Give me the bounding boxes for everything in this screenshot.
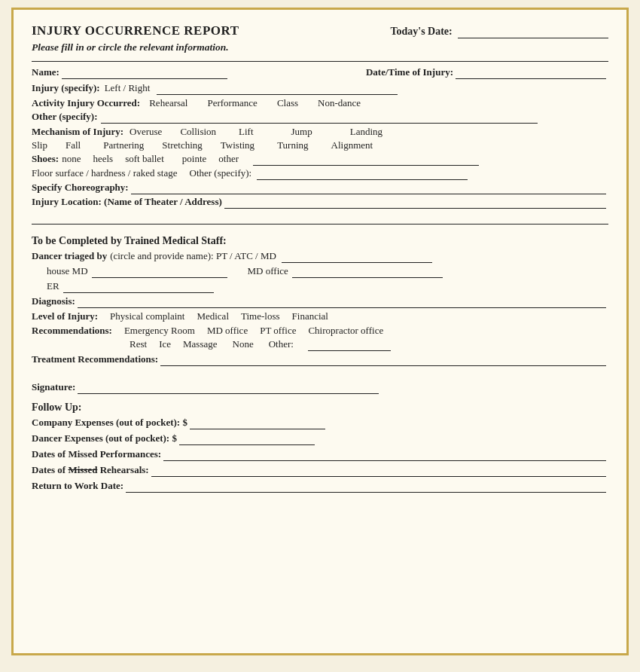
followup-return: Return to Work Date: xyxy=(32,480,608,493)
house-md-field[interactable] xyxy=(92,265,227,278)
activity-other-label: Other (specify): xyxy=(32,111,97,123)
sig-label: Signature: xyxy=(32,381,75,393)
treatment-field[interactable] xyxy=(160,353,606,366)
choreo-row: Specify Choreography: xyxy=(32,182,608,194)
treatment-label: Treatment Recommendations: xyxy=(32,353,158,365)
shoes-row: Shoes: none heels soft ballet pointe oth… xyxy=(32,153,608,166)
triage-field[interactable] xyxy=(282,250,432,263)
floor-text: Floor surface / hardness / raked stage xyxy=(32,167,178,179)
er-field[interactable] xyxy=(63,280,214,293)
md-office-field[interactable] xyxy=(292,265,443,278)
activity-nondance[interactable]: Non-dance xyxy=(318,97,361,109)
rec-ice[interactable]: Ice xyxy=(159,338,171,350)
company-field[interactable] xyxy=(190,417,325,429)
shoes-heels[interactable]: heels xyxy=(93,153,113,165)
rec-rest[interactable]: Rest xyxy=(130,338,147,350)
shoes-label: Shoes: xyxy=(32,153,59,165)
level-timeloss[interactable]: Time-loss xyxy=(241,310,280,322)
rec-none[interactable]: None xyxy=(233,338,254,350)
shoes-soft-ballet[interactable]: soft ballet xyxy=(125,153,164,165)
extra-line xyxy=(32,212,608,225)
shoes-none[interactable]: none xyxy=(62,153,81,165)
date-injury-label: Date/Time of Injury: xyxy=(366,66,453,78)
level-physical[interactable]: Physical complaint xyxy=(110,310,184,322)
triage-row: Dancer triaged by (circle and provide na… xyxy=(32,250,608,263)
dancer-label: Dancer Expenses (out of pocket): $ xyxy=(32,432,177,444)
rec-md-office[interactable]: MD office xyxy=(207,325,248,337)
rec-other[interactable]: Other: xyxy=(269,338,294,350)
date-injury-field[interactable] xyxy=(456,66,606,79)
activity-other-row: Other (specify): xyxy=(32,111,608,124)
activity-class[interactable]: Class xyxy=(277,97,298,109)
mech-turning[interactable]: Turning xyxy=(277,139,308,151)
md-office-label: MD office xyxy=(248,265,288,277)
injury-field[interactable] xyxy=(157,82,398,95)
today-date-area: Today's Date: xyxy=(390,26,608,38)
name-date-row: Name: Date/Time of Injury: xyxy=(32,66,608,79)
rec-er[interactable]: Emergency Room xyxy=(124,325,195,337)
location-row: Injury Location: (Name of Theater / Addr… xyxy=(32,196,608,209)
er-label: ER xyxy=(47,280,59,292)
activity-row: Activity Injury Occurred: Rehearsal Perf… xyxy=(32,97,608,109)
injury-row: Injury (specify): Left / Right xyxy=(32,82,608,95)
rec-row2: Rest Ice Massage None Other: xyxy=(32,338,608,351)
location-field[interactable] xyxy=(224,196,606,209)
rec-massage[interactable]: Massage xyxy=(183,338,218,350)
name-label: Name: xyxy=(32,66,59,78)
subtitle: Please fill in or circle the relevant in… xyxy=(32,41,608,53)
mechanism-row1: Mechanism of Injury: Overuse Collision L… xyxy=(32,126,608,138)
location-label: Injury Location: (Name of Theater / Addr… xyxy=(32,196,222,208)
activity-rehearsal[interactable]: Rehearsal xyxy=(149,97,187,109)
today-date-label: Today's Date: xyxy=(390,26,452,37)
mech-partnering[interactable]: Partnering xyxy=(103,139,144,151)
rehearsals-field[interactable] xyxy=(151,464,606,477)
performances-label: Dates of Missed Performances: xyxy=(32,448,161,460)
mech-overuse[interactable]: Overuse xyxy=(130,126,162,138)
house-md-block: house MD xyxy=(47,265,230,278)
rec-chiro[interactable]: Chiropractor office xyxy=(308,325,383,337)
return-label: Return to Work Date: xyxy=(32,480,123,492)
followup-rehearsals: Dates of Missed Rehearsals: xyxy=(32,464,608,477)
followup-company: Company Expenses (out of pocket): $ xyxy=(32,417,608,429)
sig-field[interactable] xyxy=(78,381,379,394)
shoes-pointe[interactable]: pointe xyxy=(182,153,207,165)
medical-header: To be Completed by Trained Medical Staff… xyxy=(32,235,608,247)
choreo-field[interactable] xyxy=(131,182,606,194)
mech-lift[interactable]: Lift xyxy=(239,126,254,138)
company-label: Company Expenses (out of pocket): $ xyxy=(32,417,187,429)
activity-other-field[interactable] xyxy=(101,111,538,124)
followup-performances: Dates of Missed Performances: xyxy=(32,448,608,461)
rec-other-field[interactable] xyxy=(308,338,391,351)
mechanism-label: Mechanism of Injury: xyxy=(32,126,123,138)
house-md-row: house MD MD office xyxy=(47,265,608,278)
shoes-other-field[interactable] xyxy=(253,153,479,166)
level-financial[interactable]: Financial xyxy=(292,310,328,322)
date-injury-block: Date/Time of Injury: xyxy=(320,66,608,79)
performances-field[interactable] xyxy=(163,448,606,461)
activity-label: Activity Injury Occurred: xyxy=(32,97,140,109)
choreo-label: Specify Choreography: xyxy=(32,182,129,194)
diagnosis-field[interactable] xyxy=(78,295,606,308)
level-medical[interactable]: Medical xyxy=(197,310,229,322)
treatment-row: Treatment Recommendations: xyxy=(32,353,608,366)
mech-alignment[interactable]: Alignment xyxy=(331,139,373,151)
mech-landing[interactable]: Landing xyxy=(350,126,382,138)
return-field[interactable] xyxy=(126,480,606,493)
shoes-other[interactable]: other xyxy=(218,153,239,165)
mech-slip[interactable]: Slip xyxy=(32,139,47,151)
mech-twisting[interactable]: Twisting xyxy=(221,139,254,151)
mech-jump[interactable]: Jump xyxy=(291,126,312,138)
report-title: INJURY OCCURRENCE REPORT xyxy=(32,23,239,38)
mech-fall[interactable]: Fall xyxy=(66,139,81,151)
mech-collision[interactable]: Collision xyxy=(180,126,216,138)
rec-pt-office[interactable]: PT office xyxy=(260,325,296,337)
dancer-field[interactable] xyxy=(179,432,315,445)
floor-other-label: Other (specify): xyxy=(190,167,252,179)
activity-performance[interactable]: Performance xyxy=(207,97,257,109)
mech-stretching[interactable]: Stretching xyxy=(162,139,202,151)
name-field[interactable] xyxy=(62,66,227,79)
floor-other-field[interactable] xyxy=(257,167,468,180)
today-date-field[interactable] xyxy=(458,26,608,38)
mechanism-row2: Slip Fall Partnering Stretching Twisting… xyxy=(32,139,608,151)
name-block: Name: xyxy=(32,66,320,79)
